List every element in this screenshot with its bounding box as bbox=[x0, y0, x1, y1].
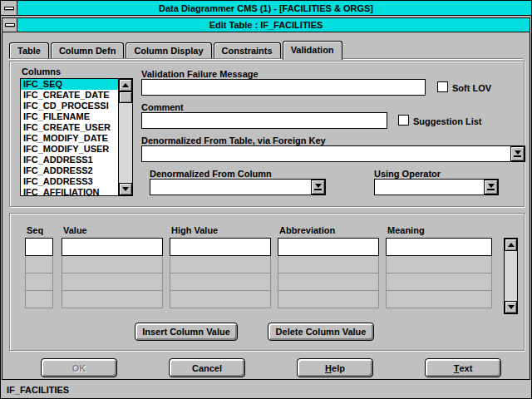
grid-cell-input[interactable] bbox=[62, 238, 163, 256]
down-arrow-icon bbox=[122, 187, 129, 191]
grid-cell-input[interactable] bbox=[278, 238, 379, 256]
text-mnemonic: T bbox=[454, 363, 460, 373]
tab-table[interactable]: Table bbox=[9, 42, 49, 58]
delete-column-value-button[interactable]: Delete Column Value bbox=[268, 323, 374, 341]
columns-scrollbar[interactable] bbox=[118, 79, 132, 195]
dialog-system-menu-icon[interactable] bbox=[2, 18, 17, 32]
main-window-titlebar: Data Diagrammer CMS (1) - [FACILITIES & … bbox=[1, 1, 531, 16]
list-item[interactable]: IFC_FILENAME bbox=[21, 111, 118, 122]
column-values-panel: Seq Value High Value Abbreviation Meanin… bbox=[9, 213, 525, 351]
grid-cell bbox=[278, 256, 379, 273]
text-button[interactable]: Text bbox=[425, 358, 501, 377]
grid-cell bbox=[62, 273, 163, 291]
dropdown-arrow-icon[interactable] bbox=[311, 180, 325, 195]
list-item[interactable]: IFC_MODIFY_USER bbox=[21, 144, 118, 155]
tab-validation[interactable]: Validation bbox=[283, 41, 342, 60]
scrollbar-thumb[interactable] bbox=[119, 91, 132, 103]
dialog-title: Edit Table : IF_FACILITIES bbox=[2, 18, 530, 32]
comment-input[interactable] bbox=[141, 112, 387, 129]
grid-cell bbox=[62, 256, 163, 273]
soft-lov-label: Soft LOV bbox=[452, 83, 491, 93]
grid-cell bbox=[170, 273, 271, 291]
grid-cell bbox=[278, 273, 379, 291]
validation-panel: Columns IFC_SEQ IFC_CREATE_DATE IFC_CD_P… bbox=[9, 61, 525, 207]
columns-listbox[interactable]: IFC_SEQ IFC_CREATE_DATE IFC_CD_PROCESSI … bbox=[20, 78, 133, 196]
grid-cell bbox=[278, 291, 379, 308]
columns-list-items: IFC_SEQ IFC_CREATE_DATE IFC_CD_PROCESSI … bbox=[21, 79, 118, 195]
help-mnemonic: H bbox=[325, 363, 332, 373]
list-item[interactable]: IFC_MODIFY_DATE bbox=[21, 133, 118, 144]
status-text: IF_FACILITIES bbox=[7, 385, 69, 395]
denormalized-from-table-input[interactable] bbox=[141, 145, 525, 162]
using-operator-label: Using Operator bbox=[374, 169, 441, 179]
status-bar: IF_FACILITIES bbox=[1, 381, 531, 398]
arrow-underline bbox=[487, 189, 495, 190]
grid-column-abbreviation bbox=[278, 238, 379, 308]
scrollbar-track[interactable] bbox=[505, 251, 517, 301]
comment-label: Comment bbox=[141, 102, 184, 112]
denormalized-from-column-input[interactable] bbox=[150, 179, 326, 195]
grid-cell bbox=[62, 291, 163, 308]
suggestion-list-label: Suggestion List bbox=[413, 116, 482, 126]
list-item[interactable]: IFC_CREATE_USER bbox=[21, 122, 118, 133]
scroll-down-icon[interactable] bbox=[505, 301, 517, 313]
grid-cell bbox=[25, 291, 53, 308]
list-item[interactable]: IFC_ADDRESS1 bbox=[21, 155, 118, 165]
grid-cell bbox=[386, 273, 492, 291]
list-item[interactable]: IFC_CD_PROCESSI bbox=[21, 101, 118, 111]
dropdown-arrow-icon[interactable] bbox=[510, 146, 525, 161]
scroll-up-icon[interactable] bbox=[119, 79, 132, 91]
denormalized-from-column-combobox[interactable] bbox=[150, 179, 326, 195]
ok-button[interactable]: OK bbox=[41, 358, 117, 377]
denormalized-from-table-combobox[interactable] bbox=[141, 145, 525, 162]
validation-failure-message-input[interactable] bbox=[141, 79, 426, 96]
down-arrow-icon bbox=[508, 305, 515, 309]
cancel-button[interactable]: Cancel bbox=[169, 358, 245, 377]
list-item[interactable]: IFC_CREATE_DATE bbox=[21, 90, 118, 101]
using-operator-combobox[interactable] bbox=[374, 179, 499, 195]
grid-column-value bbox=[62, 238, 163, 308]
list-item[interactable]: IFC_ADDRESS2 bbox=[21, 165, 118, 176]
grid-header-seq: Seq bbox=[27, 225, 43, 235]
grid-header-value: Value bbox=[63, 225, 87, 235]
scroll-up-icon[interactable] bbox=[505, 239, 517, 251]
up-arrow-icon bbox=[508, 243, 515, 247]
tab-column-defn[interactable]: Column Defn bbox=[51, 42, 124, 58]
grid-cell bbox=[170, 256, 271, 273]
tab-panel-edge bbox=[9, 58, 523, 60]
grid-cell-input[interactable] bbox=[170, 238, 271, 256]
help-button[interactable]: Help bbox=[297, 358, 373, 377]
denormalized-from-table-label: Denormalized From Table, via Foreign Key bbox=[141, 135, 326, 145]
tab-column-display[interactable]: Column Display bbox=[126, 42, 211, 58]
grid-cell-input[interactable] bbox=[25, 238, 53, 256]
text-label-rest: ext bbox=[459, 363, 472, 373]
scrollbar-track[interactable] bbox=[119, 91, 132, 183]
insert-column-value-button[interactable]: Insert Column Value bbox=[135, 323, 238, 341]
list-item[interactable]: IFC_SEQ bbox=[21, 79, 118, 90]
down-arrow-icon bbox=[315, 184, 322, 188]
system-menu-icon[interactable] bbox=[1, 1, 17, 15]
grid-cell-input[interactable] bbox=[386, 238, 492, 256]
grid-column-high-value bbox=[170, 238, 271, 308]
validation-failure-message-label: Validation Failure Message bbox=[141, 69, 259, 79]
grid-cell bbox=[386, 291, 492, 308]
tab-constraints[interactable]: Constraints bbox=[214, 42, 281, 58]
grid-header-meaning: Meaning bbox=[387, 225, 425, 235]
grid-scrollbar[interactable] bbox=[504, 238, 518, 314]
using-operator-input[interactable] bbox=[374, 179, 499, 195]
main-window-title: Data Diagrammer CMS (1) - [FACILITIES & … bbox=[1, 1, 531, 15]
dialog-titlebar: Edit Table : IF_FACILITIES bbox=[2, 18, 530, 32]
columns-label: Columns bbox=[22, 66, 61, 76]
list-item[interactable]: IFC_ADDRESS3 bbox=[21, 176, 118, 187]
down-arrow-icon bbox=[515, 150, 521, 155]
suggestion-list-checkbox[interactable] bbox=[398, 115, 409, 126]
help-label-rest: elp bbox=[332, 363, 345, 373]
dropdown-arrow-icon[interactable] bbox=[484, 180, 498, 195]
grid-cell bbox=[25, 273, 53, 291]
up-arrow-icon bbox=[122, 83, 129, 87]
scroll-down-icon[interactable] bbox=[119, 183, 132, 195]
list-item[interactable]: IFC_AFFILIATION bbox=[21, 187, 118, 195]
system-menu-dash-icon bbox=[5, 23, 15, 27]
soft-lov-checkbox[interactable] bbox=[437, 81, 448, 92]
arrow-underline bbox=[314, 189, 322, 190]
